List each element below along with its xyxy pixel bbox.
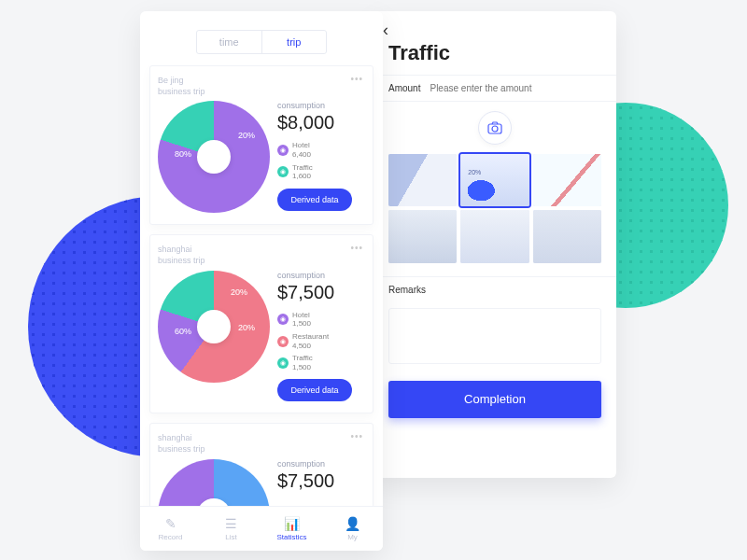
photo-thumb-5[interactable]: [460, 210, 529, 262]
amount-input[interactable]: [430, 83, 601, 93]
trip-name: Be jingbusiness trip: [158, 76, 365, 97]
donut-hole: [197, 310, 231, 343]
legend-text: Restaurant4,500: [292, 332, 329, 350]
nav-item-my[interactable]: 👤 My: [322, 507, 383, 551]
card-menu-icon[interactable]: •••: [350, 74, 363, 84]
photo-thumb-4[interactable]: [388, 210, 457, 262]
legend-dot: ◉: [277, 357, 289, 369]
completion-button[interactable]: Completion: [388, 381, 601, 418]
donut-chart: 60%20%20%: [158, 271, 270, 383]
thumb-percent-label: 20%: [468, 169, 481, 175]
legend: ◉ Hotel6,400 ◉ Traffic1,600: [277, 141, 365, 180]
photo-thumb-1[interactable]: [388, 154, 457, 206]
slice-percent-label: 20%: [238, 131, 255, 140]
traffic-screen: ‹ Traffic Amount 20% Remarks Completion: [374, 11, 616, 478]
bottom-nav: ✎ Record☰ List📊 Statistics👤 My: [140, 506, 383, 551]
legend-dot: ◉: [277, 314, 289, 325]
amount-label: Amount: [388, 83, 420, 93]
remarks-input[interactable]: [388, 308, 601, 364]
consumption-value: $7,500: [277, 282, 365, 303]
donut-chart: [158, 459, 270, 506]
my-icon: 👤: [345, 516, 360, 531]
legend-text: Hotel6,400: [292, 141, 311, 159]
amount-row: Amount: [374, 75, 616, 101]
back-icon[interactable]: ‹: [383, 21, 388, 40]
consumption-value: $8,000: [277, 112, 365, 133]
legend-dot: ◉: [277, 145, 289, 156]
legend-item: ◉ Hotel1,500: [277, 311, 365, 329]
statistics-screen: time trip ••• Be jingbusiness trip 80%20…: [140, 11, 383, 551]
nav-label: My: [347, 533, 358, 541]
legend-item: ◉ Hotel6,400: [277, 141, 365, 159]
derived-data-button[interactable]: Derived data: [277, 379, 352, 401]
legend-dot: ◉: [277, 336, 289, 347]
record-icon: ✎: [165, 516, 176, 531]
legend-text: Hotel1,500: [292, 311, 311, 329]
nav-item-list[interactable]: ☰ List: [201, 507, 261, 551]
legend-item: ◉ Traffic1,600: [277, 163, 365, 181]
page-title: Traffic: [388, 41, 616, 65]
camera-icon[interactable]: [478, 111, 512, 145]
nav-label: Record: [159, 533, 183, 541]
camera-row: [374, 101, 616, 154]
legend-dot: ◉: [277, 166, 289, 177]
nav-label: List: [225, 533, 236, 541]
photo-grid: 20%: [374, 154, 616, 273]
slice-percent-label: 60%: [175, 327, 191, 336]
legend: ◉ Hotel1,500 ◉ Restaurant4,500 ◉ Traffic…: [277, 311, 365, 372]
photo-thumb-3[interactable]: [533, 154, 601, 206]
legend-item: ◉ Restaurant4,500: [277, 332, 365, 350]
consumption-label: consumption: [277, 271, 365, 280]
nav-item-statistics[interactable]: 📊 Statistics: [261, 507, 322, 551]
slice-percent-label: 20%: [231, 287, 247, 297]
card-menu-icon[interactable]: •••: [350, 431, 363, 441]
card-menu-icon[interactable]: •••: [350, 243, 363, 253]
trip-card: ••• shanghaibusiness trip consumption $7…: [149, 423, 374, 506]
donut-chart: 80%20%: [158, 101, 270, 213]
consumption-label: consumption: [277, 101, 365, 110]
segmented-control: time trip: [196, 30, 327, 54]
consumption-label: consumption: [277, 459, 365, 469]
list-icon: ☰: [225, 516, 237, 531]
nav-label: Statistics: [276, 533, 306, 541]
legend-item: ◉ Traffic1,500: [277, 354, 365, 371]
legend-text: Traffic1,500: [292, 354, 313, 371]
card-list: ••• Be jingbusiness trip 80%20% consumpt…: [140, 65, 383, 506]
remarks-label: Remarks: [374, 276, 616, 302]
tab-trip[interactable]: trip: [261, 31, 327, 53]
svg-point-1: [492, 126, 498, 132]
statistics-icon: 📊: [284, 516, 300, 531]
trip-card: ••• shanghaibusiness trip 60%20%20% cons…: [149, 234, 374, 413]
slice-percent-label: 20%: [238, 323, 255, 332]
tab-time[interactable]: time: [197, 31, 261, 53]
derived-data-button[interactable]: Derived data: [277, 189, 352, 211]
nav-item-record[interactable]: ✎ Record: [140, 507, 201, 551]
consumption-value: $7,500: [277, 470, 365, 492]
legend-text: Traffic1,600: [292, 163, 313, 181]
photo-thumb-6[interactable]: [533, 210, 601, 262]
trip-name: shanghaibusiness trip: [158, 433, 365, 455]
slice-percent-label: 80%: [175, 149, 191, 159]
trip-card: ••• Be jingbusiness trip 80%20% consumpt…: [149, 65, 374, 225]
trip-name: shanghaibusiness trip: [158, 245, 365, 266]
photo-thumb-2[interactable]: 20%: [460, 154, 529, 206]
